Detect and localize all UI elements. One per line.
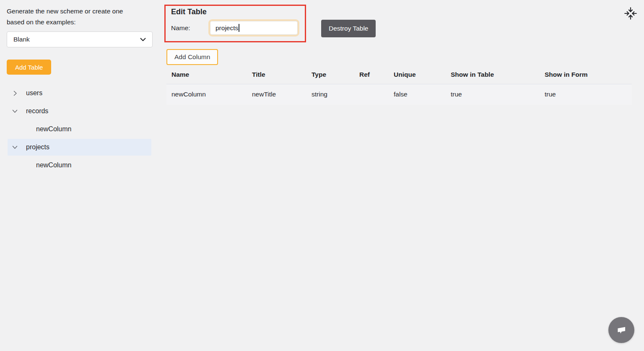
destroy-table-button[interactable]: Destroy Table (321, 20, 376, 37)
cell-type: string (306, 84, 354, 105)
columns-table-header-row: Name Title Type Ref Unique Show in Table… (166, 65, 632, 84)
chat-bubble-icon (615, 324, 628, 336)
chevron-down-icon[interactable] (12, 108, 18, 114)
column-header-type: Type (306, 65, 354, 84)
add-table-button[interactable]: Add Table (7, 60, 51, 75)
table-name-input[interactable]: projects (208, 19, 299, 36)
scheme-intro-text: Generate the new scheme or create one ba… (7, 6, 138, 28)
tree-item-label: records (26, 107, 48, 115)
cell-show-in-table: true (446, 84, 540, 105)
tree-item-records[interactable]: records (8, 103, 151, 120)
cell-title: newTitle (247, 84, 306, 105)
chevron-down-icon[interactable] (12, 144, 18, 151)
cell-unique: false (389, 84, 446, 105)
cell-show-in-form: true (540, 84, 632, 105)
table-row[interactable]: newColumn newTitle string false true tru… (166, 84, 632, 105)
sidebar: Generate the new scheme or create one ba… (0, 0, 159, 351)
tree-item-projects[interactable]: projects (8, 139, 151, 156)
scheme-select[interactable]: Blank (7, 31, 153, 47)
app-window: Generate the new scheme or create one ba… (0, 0, 644, 351)
column-header-unique: Unique (389, 65, 446, 84)
table-name-value: projects (216, 24, 238, 32)
edit-table-section: Edit Table Name: projects (164, 5, 306, 42)
main-panel: Edit Table Name: projects Destroy Table … (159, 0, 644, 351)
tree-item-label: users (26, 89, 42, 97)
edit-table-row: Edit Table Name: projects Destroy Table (164, 5, 632, 42)
chevron-down-icon (140, 38, 146, 42)
tree-child-projects-newcolumn[interactable]: newColumn (8, 157, 151, 174)
column-header-ref: Ref (354, 65, 389, 84)
columns-table: Name Title Type Ref Unique Show in Table… (166, 65, 632, 105)
chevron-right-icon[interactable] (12, 90, 18, 96)
tree-child-label: newColumn (36, 125, 71, 133)
collapse-arrows-icon[interactable] (624, 7, 637, 20)
column-header-name: Name (166, 65, 247, 84)
tree-child-label: newColumn (36, 161, 71, 169)
table-tree: users records newColumn projects newColu… (8, 85, 151, 174)
tree-item-users[interactable]: users (8, 85, 151, 101)
tree-item-label: projects (26, 143, 49, 151)
column-header-show-in-form: Show in Form (540, 65, 632, 84)
add-column-button[interactable]: Add Column (166, 49, 218, 65)
column-header-title: Title (247, 65, 306, 84)
scheme-select-value: Blank (13, 36, 30, 43)
tree-child-records-newcolumn[interactable]: newColumn (8, 121, 151, 138)
edit-table-title: Edit Table (171, 8, 299, 16)
chat-widget-button[interactable] (608, 317, 634, 343)
column-header-show-in-table: Show in Table (446, 65, 540, 84)
name-label: Name: (171, 24, 208, 32)
cell-name: newColumn (166, 84, 247, 105)
text-caret (239, 24, 239, 32)
cell-ref (354, 84, 389, 105)
